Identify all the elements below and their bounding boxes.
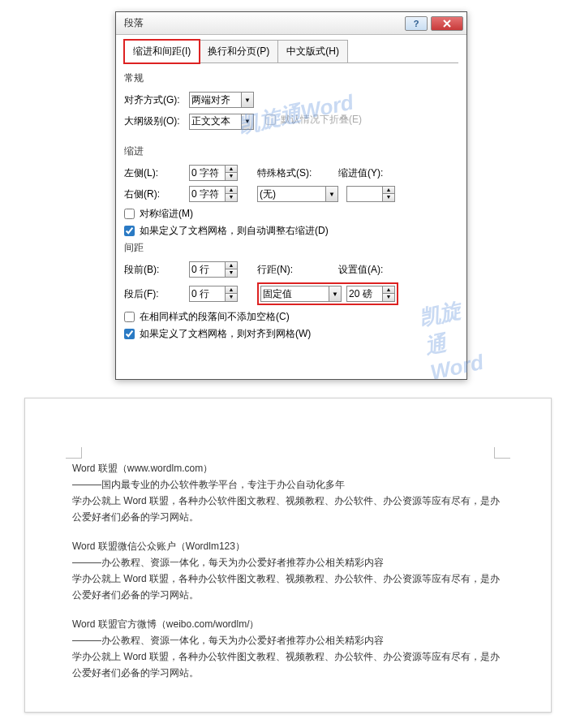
- crop-mark-tr: [494, 447, 510, 459]
- crop-mark-tl: [66, 447, 82, 459]
- spin-up-icon[interactable]: ▲: [383, 286, 394, 294]
- collapse-check: [265, 114, 276, 125]
- align-value[interactable]: [189, 92, 241, 108]
- document-page: Word 联盟（www.wordlm.com） ———国内最专业的办公软件教学平…: [24, 398, 552, 713]
- align-select[interactable]: ▼: [189, 92, 254, 108]
- right-indent-spinner[interactable]: ▲▼: [189, 186, 238, 202]
- doc-text: 学办公就上 Word 联盟，各种办公软件图文教程、视频教程、办公软件、办公资源等…: [72, 571, 504, 603]
- paragraph-dialog: 段落 ? 凯旋通Word 凯旋通Word 缩进和间距(I) 换行和分页(P) 中…: [115, 11, 467, 380]
- dialog-title: 段落: [119, 16, 405, 30]
- special-format-label: 特殊格式(S):: [257, 166, 338, 180]
- doc-text: Word 联盟官方微博（weibo.com/wordlm/）: [72, 616, 504, 632]
- line-spacing-value[interactable]: [260, 286, 329, 302]
- mirror-indent-checkbox[interactable]: 对称缩进(M): [124, 207, 458, 221]
- tab-indent-spacing[interactable]: 缩进和间距(I): [124, 40, 200, 63]
- close-button[interactable]: [431, 16, 463, 31]
- line-spacing-select[interactable]: ▼: [260, 286, 342, 302]
- spin-down-icon[interactable]: ▼: [383, 194, 394, 201]
- indent-value-label: 缩进值(Y):: [338, 166, 403, 180]
- line-spacing-highlight: ▼ ▲▼: [257, 282, 398, 305]
- special-format-value[interactable]: [257, 186, 325, 202]
- doc-text: 学办公就上 Word 联盟，各种办公软件图文教程、视频教程、办公软件、办公资源等…: [72, 648, 504, 681]
- spin-down-icon[interactable]: ▼: [383, 294, 394, 301]
- left-indent-value[interactable]: [189, 165, 225, 181]
- spin-up-icon[interactable]: ▲: [383, 187, 394, 194]
- outline-value[interactable]: [189, 114, 241, 130]
- tab-asian-typography[interactable]: 中文版式(H): [277, 40, 348, 62]
- nospace-check[interactable]: [124, 312, 135, 322]
- spin-up-icon[interactable]: ▲: [226, 187, 237, 194]
- chevron-down-icon[interactable]: ▼: [241, 114, 254, 130]
- doc-text: ———办公教程、资源一体化，每天为办公爱好者推荐办公相关精彩内容: [72, 632, 504, 648]
- spin-down-icon[interactable]: ▼: [226, 194, 237, 201]
- mirror-label: 对称缩进(M): [140, 207, 193, 221]
- special-format-select[interactable]: ▼: [257, 186, 338, 202]
- after-spinner[interactable]: ▲▼: [189, 286, 238, 302]
- before-label: 段前(B):: [124, 263, 189, 277]
- mirror-check[interactable]: [124, 209, 135, 219]
- document-body: Word 联盟（www.wordlm.com） ———国内最专业的办公软件教学平…: [72, 460, 504, 681]
- align-label: 对齐方式(G):: [124, 93, 189, 107]
- indent-value-input[interactable]: [346, 186, 382, 202]
- chevron-down-icon[interactable]: ▼: [241, 92, 254, 108]
- before-spinner[interactable]: ▲▼: [189, 261, 238, 278]
- doc-text: Word 联盟（www.wordlm.com）: [72, 460, 504, 476]
- set-value-spinner[interactable]: ▲▼: [346, 286, 395, 302]
- autogrid-check[interactable]: [124, 226, 135, 236]
- collapse-label: 默认情况下折叠(E): [281, 113, 362, 127]
- tabstrip: 缩进和间距(I) 换行和分页(P) 中文版式(H): [124, 40, 458, 63]
- spin-up-icon[interactable]: ▲: [226, 286, 237, 294]
- right-indent-label: 右侧(R):: [124, 187, 189, 201]
- section-general: 常规: [124, 71, 458, 85]
- autogrid-label: 如果定义了文档网格，则自动调整右缩进(D): [140, 224, 329, 238]
- left-indent-label: 左侧(L):: [124, 166, 189, 180]
- spin-up-icon[interactable]: ▲: [226, 262, 237, 269]
- doc-text: Word 联盟微信公众账户（Wordlm123）: [72, 538, 504, 554]
- help-button[interactable]: ?: [405, 16, 428, 31]
- doc-text: 学办公就上 Word 联盟，各种办公软件图文教程、视频教程、办公软件、办公资源等…: [72, 493, 504, 525]
- tab-line-page-breaks[interactable]: 换行和分页(P): [199, 40, 278, 62]
- collapse-checkbox[interactable]: 默认情况下折叠(E): [265, 113, 362, 127]
- titlebar-buttons: ?: [405, 16, 463, 31]
- chevron-down-icon[interactable]: ▼: [325, 186, 338, 202]
- titlebar: 段落 ?: [116, 12, 466, 35]
- spin-down-icon[interactable]: ▼: [226, 173, 237, 180]
- doc-text: ———办公教程、资源一体化，每天为办公爱好者推荐办公相关精彩内容: [72, 554, 504, 571]
- set-value-input[interactable]: [346, 286, 382, 302]
- before-value[interactable]: [189, 261, 225, 278]
- chevron-down-icon[interactable]: ▼: [329, 286, 342, 302]
- outline-select[interactable]: ▼: [189, 114, 254, 130]
- after-label: 段后(F):: [124, 287, 189, 301]
- outline-label: 大纲级别(O):: [124, 114, 189, 128]
- spin-down-icon[interactable]: ▼: [226, 294, 237, 301]
- doc-text: ———国内最专业的办公软件教学平台，专注于办公自动化多年: [72, 476, 504, 493]
- spin-up-icon[interactable]: ▲: [226, 166, 237, 173]
- line-spacing-label: 行距(N):: [257, 263, 338, 277]
- section-spacing: 间距: [124, 241, 458, 255]
- snapgrid-check[interactable]: [124, 329, 135, 339]
- section-indent: 缩进: [124, 144, 458, 158]
- close-icon: [442, 19, 452, 28]
- snapgrid-label: 如果定义了文档网格，则对齐到网格(W): [140, 327, 311, 341]
- nospace-checkbox[interactable]: 在相同样式的段落间不添加空格(C): [124, 310, 458, 324]
- after-value[interactable]: [189, 286, 225, 302]
- set-value-label: 设置值(A):: [338, 263, 403, 277]
- left-indent-spinner[interactable]: ▲▼: [189, 165, 238, 181]
- nospace-label: 在相同样式的段落间不添加空格(C): [140, 310, 290, 324]
- right-indent-value[interactable]: [189, 186, 225, 202]
- autogrid-checkbox[interactable]: 如果定义了文档网格，则自动调整右缩进(D): [124, 224, 458, 238]
- spin-down-icon[interactable]: ▼: [226, 269, 237, 277]
- snapgrid-checkbox[interactable]: 如果定义了文档网格，则对齐到网格(W): [124, 327, 458, 341]
- indent-value-spinner[interactable]: ▲▼: [346, 186, 395, 202]
